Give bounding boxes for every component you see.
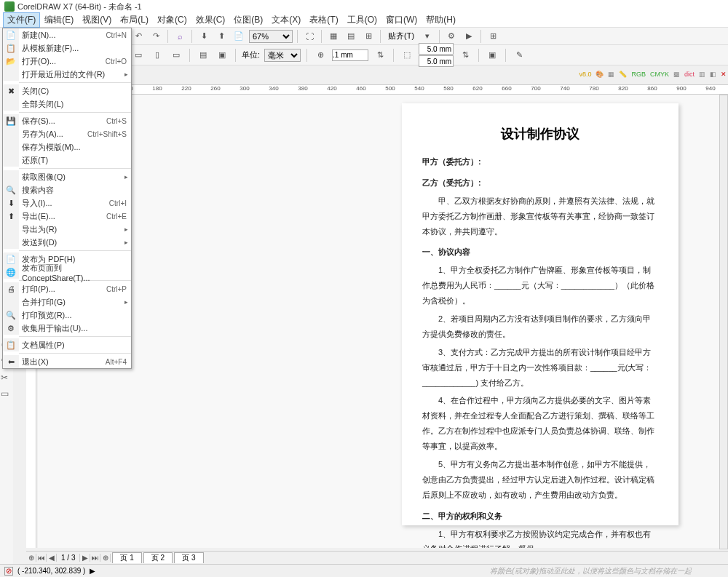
document-page[interactable]: 设计制作协议 甲方（委托方）: 乙方（受托方）: 甲、乙双方根据友好协商的原则，… <box>402 103 678 525</box>
menu-table[interactable]: 表格(T) <box>305 12 342 28</box>
menu-tools[interactable]: 工具(O) <box>343 12 381 28</box>
options-icon[interactable]: ⚙ <box>444 29 459 44</box>
current-page-icon[interactable]: ▣ <box>215 48 229 63</box>
nudge-input[interactable] <box>332 49 368 61</box>
prev-page-icon[interactable]: ◀ <box>47 554 57 562</box>
menu-item[interactable]: 还原(T) <box>3 154 131 167</box>
ruler-icon[interactable]: 📏 <box>619 71 627 78</box>
pdf-icon[interactable]: 📄 <box>232 29 246 44</box>
page-tab-2[interactable]: 页 2 <box>143 552 173 563</box>
menu-window[interactable]: 窗口(W) <box>381 12 422 28</box>
redo-icon[interactable]: ↷ <box>149 29 163 44</box>
next-page-icon[interactable]: ▶ <box>80 554 90 562</box>
add-page-after-icon[interactable]: ⊕ <box>100 554 111 562</box>
menu-help[interactable]: 帮助(H) <box>422 12 460 28</box>
menu-layout[interactable]: 布局(L) <box>116 12 153 28</box>
menu-view[interactable]: 视图(V) <box>78 12 116 28</box>
menu-object[interactable]: 对象(C) <box>153 12 191 28</box>
fullscreen-icon[interactable]: ⛶ <box>302 29 317 44</box>
menu-item[interactable]: ⚙收集用于输出(U)... <box>3 322 131 335</box>
menu-item[interactable]: ⬅退出(X)Alt+F4 <box>3 355 131 368</box>
menu-item-icon: ⬅ <box>3 355 19 368</box>
menu-item-label: 打印预览(R)... <box>19 310 127 321</box>
add-page-icon[interactable]: ⊕ <box>26 554 36 562</box>
misc2-icon[interactable]: ◧ <box>710 71 716 78</box>
tag-dict[interactable]: dict <box>684 71 695 78</box>
zoom-select[interactable]: 67% <box>249 30 293 43</box>
menu-item[interactable]: 🌐发布页面到 ConceptShare(T)... <box>3 266 131 279</box>
menu-item[interactable]: 📂打开(O)...Ctrl+O <box>3 55 131 68</box>
show-guides-icon[interactable]: ⊞ <box>361 29 376 44</box>
snap-chevron-icon[interactable]: ▾ <box>420 29 435 44</box>
dup-x-input[interactable] <box>419 43 454 55</box>
palette-icon[interactable]: 🎨 <box>596 71 604 78</box>
menu-item-icon <box>3 140 19 154</box>
menu-item[interactable]: 合并打印(G)▸ <box>3 295 131 309</box>
scrollbar-vertical[interactable] <box>719 95 728 549</box>
first-page-icon[interactable]: ⏮ <box>36 554 47 562</box>
tag-cmyk[interactable]: CMYK <box>650 71 669 78</box>
menu-item[interactable]: 🖨打印(P)...Ctrl+P <box>3 282 131 295</box>
unit-select[interactable]: 毫米 <box>264 49 301 62</box>
grid-icon[interactable]: ▦ <box>608 71 614 78</box>
page-size-icon[interactable]: ▭ <box>131 48 146 63</box>
menu-item-shortcut: Ctrl+I <box>109 199 131 207</box>
undo-icon[interactable]: ↶ <box>131 29 146 44</box>
canvas[interactable]: 设计制作协议 甲方（委托方）: 乙方（受托方）: 甲、乙双方根据友好协商的原则，… <box>38 95 728 548</box>
menu-item[interactable]: 发送到(D)▸ <box>3 236 131 249</box>
export-icon[interactable]: ⬆ <box>214 29 229 44</box>
menu-item[interactable]: 📋文档属性(P) <box>3 338 131 351</box>
treat-as-filled-icon[interactable]: ▣ <box>485 48 499 63</box>
snap-dropdown[interactable]: 贴齐(T) <box>385 31 417 41</box>
menu-file[interactable]: 文件(F) <box>3 12 40 28</box>
import-icon[interactable]: ⬇ <box>197 29 211 44</box>
menu-item[interactable]: ⬆导出(E)...Ctrl+E <box>3 210 131 223</box>
color-box-icon[interactable]: ▩ <box>673 71 680 78</box>
search-icon[interactable]: ⌕ <box>173 29 187 44</box>
tag-rgb[interactable]: RGB <box>631 71 646 78</box>
no-fill-icon[interactable]: ⊘ <box>4 567 13 576</box>
app-launcher-icon[interactable]: ⊞ <box>486 29 500 44</box>
ruler-tick: 300 <box>230 85 259 94</box>
menu-item[interactable]: 打开最近用过的文件(R)▸ <box>3 68 131 81</box>
menu-item[interactable]: 全部关闭(L) <box>3 98 131 111</box>
last-page-icon[interactable]: ⏭ <box>90 554 100 562</box>
all-pages-icon[interactable]: ▤ <box>196 48 210 63</box>
crop-tool-icon[interactable]: ✂ <box>1 373 12 387</box>
menu-text[interactable]: 文本(X) <box>267 12 305 28</box>
menu-item[interactable]: ⬇导入(I)...Ctrl+I <box>3 196 131 210</box>
stepper-icon[interactable]: ⇅ <box>373 48 387 63</box>
launch-icon[interactable]: ▶ <box>462 29 476 44</box>
dup-y-input[interactable] <box>419 55 454 67</box>
stepper2-icon[interactable]: ⇅ <box>458 48 472 63</box>
menu-item[interactable]: 导出为(R)▸ <box>3 223 131 236</box>
page-tab-3[interactable]: 页 3 <box>174 552 203 563</box>
show-grid-icon[interactable]: ▤ <box>344 29 358 44</box>
edit-icon[interactable]: ✎ <box>512 48 526 63</box>
menu-item[interactable]: 📋从模板新建(F)... <box>3 41 131 55</box>
orientation-portrait-icon[interactable]: ▯ <box>150 48 165 63</box>
menu-edit[interactable]: 编辑(E) <box>40 12 78 28</box>
menu-item[interactable]: 🔍打印预览(R)... <box>3 309 131 322</box>
orientation-landscape-icon[interactable]: ▭ <box>169 48 183 63</box>
menu-item[interactable]: 另存为(A)...Ctrl+Shift+S <box>3 127 131 140</box>
menu-bitmaps[interactable]: 位图(B) <box>229 12 267 28</box>
rectangle-tool-icon[interactable]: ▭ <box>1 389 12 403</box>
menu-item[interactable]: 💾保存(S)...Ctrl+S <box>3 114 131 127</box>
misc1-icon[interactable]: ▥ <box>699 71 705 78</box>
s1-item3: 3、支付方式：乙方完成甲方提出的所有设计制作项目经甲方审核通过后，甲方于十日之内… <box>422 345 658 391</box>
menu-item[interactable]: 🔍搜索内容 <box>3 183 131 196</box>
page-tab-1[interactable]: 页 1 <box>112 552 141 563</box>
menu-item[interactable]: 📄新建(N)...Ctrl+N <box>3 28 131 41</box>
section1-title: 一、协议内容 <box>422 244 658 260</box>
menu-item[interactable]: 保存为模版(M)... <box>3 140 131 154</box>
close-x-icon[interactable]: ✕ <box>721 71 727 78</box>
menu-item-label: 发布页面到 ConceptShare(T)... <box>19 263 127 282</box>
show-rulers-icon[interactable]: ▦ <box>326 29 341 44</box>
menu-item[interactable]: ✖关闭(C) <box>3 84 131 98</box>
play-icon[interactable]: ▶ <box>90 567 95 575</box>
tag-v8[interactable]: v8.0 <box>579 71 591 78</box>
menu-item-icon <box>3 236 19 249</box>
menu-item[interactable]: 获取图像(Q)▸ <box>3 170 131 183</box>
menu-effects[interactable]: 效果(C) <box>191 12 230 28</box>
